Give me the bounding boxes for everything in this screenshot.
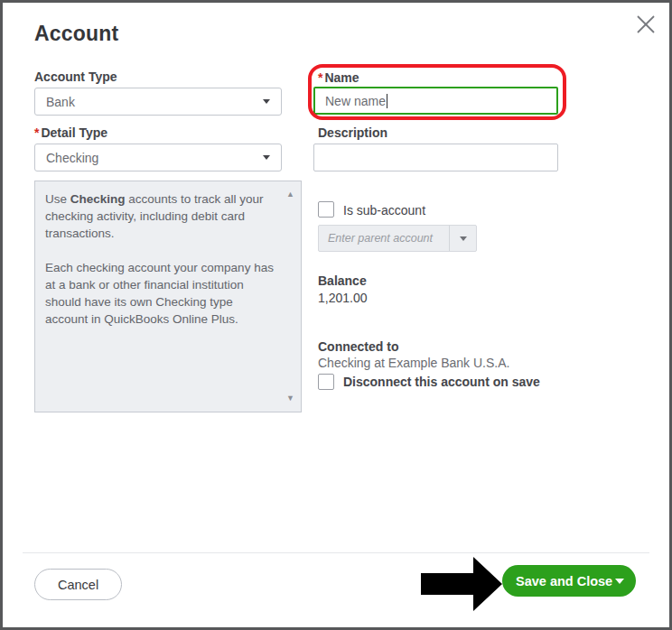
parent-account-placeholder: Enter parent account xyxy=(319,232,449,245)
sub-account-checkbox[interactable] xyxy=(318,201,334,218)
description-paragraph: Each checking account your company has a… xyxy=(45,259,275,328)
disconnect-checkbox[interactable] xyxy=(318,374,334,390)
screenshot-frame: Account Account Type Bank *Detail Type C… xyxy=(0,0,672,630)
description-input[interactable] xyxy=(313,144,558,171)
chevron-down-icon xyxy=(263,99,270,104)
detail-type-value: Checking xyxy=(46,151,98,165)
name-input[interactable]: New name xyxy=(313,87,558,115)
required-asterisk: * xyxy=(318,70,322,85)
save-and-close-label: Save and Close xyxy=(516,574,612,588)
scroll-up-icon[interactable]: ▲ xyxy=(286,190,294,199)
save-dropdown-caret-icon[interactable] xyxy=(615,579,624,584)
sub-account-label: Is sub-account xyxy=(343,203,425,218)
name-label: *Name xyxy=(318,70,359,85)
detail-type-label: *Detail Type xyxy=(34,125,107,140)
detail-type-select[interactable]: Checking xyxy=(34,144,282,171)
scroll-down-icon[interactable]: ▼ xyxy=(286,394,294,403)
connected-account-detail: Checking at Example Bank U.S.A. xyxy=(318,356,509,370)
disconnect-label: Disconnect this account on save xyxy=(343,375,540,389)
account-type-label: Account Type xyxy=(34,69,117,84)
parent-account-select[interactable]: Enter parent account xyxy=(318,225,477,252)
description-paragraph: Use Checking accounts to track all your … xyxy=(45,190,275,242)
chevron-down-icon xyxy=(263,155,270,160)
cancel-button[interactable]: Cancel xyxy=(34,569,122,600)
detail-description-panel[interactable]: Use Checking accounts to track all your … xyxy=(34,181,302,412)
account-type-select[interactable]: Bank xyxy=(34,88,282,116)
dialog-title: Account xyxy=(34,22,118,46)
required-asterisk: * xyxy=(34,125,39,140)
parent-account-caret-zone[interactable] xyxy=(450,236,476,241)
balance-value: 1,201.00 xyxy=(318,291,368,305)
save-and-close-button[interactable]: Save and Close xyxy=(502,565,636,597)
footer-divider xyxy=(23,552,649,553)
text-cursor xyxy=(387,94,388,108)
name-input-value: New name xyxy=(325,94,386,108)
connected-to-label: Connected to xyxy=(318,339,398,354)
account-type-value: Bank xyxy=(46,95,75,109)
description-label: Description xyxy=(318,125,387,140)
chevron-down-icon xyxy=(460,236,467,241)
close-icon[interactable] xyxy=(634,13,658,36)
balance-label: Balance xyxy=(318,273,367,288)
description-bold-term: Checking xyxy=(70,192,126,206)
